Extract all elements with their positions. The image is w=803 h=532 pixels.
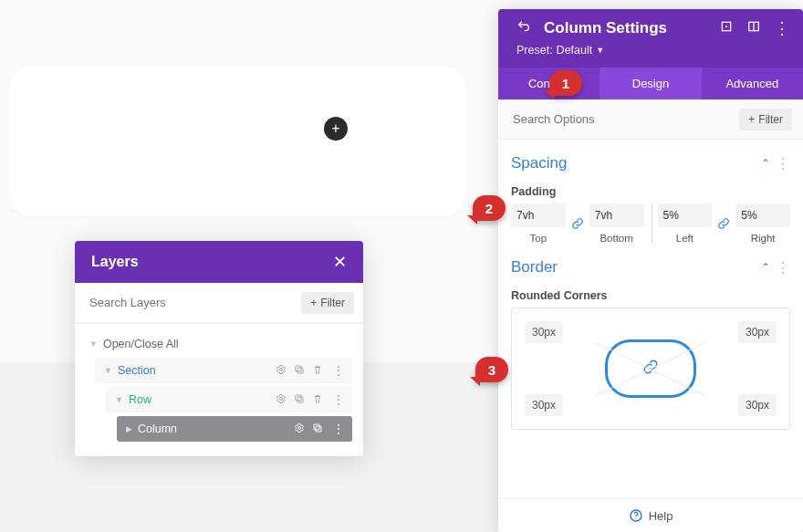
more-icon[interactable]: ⋮ — [776, 259, 790, 276]
undo-icon[interactable] — [516, 19, 531, 37]
duplicate-icon[interactable] — [312, 422, 323, 436]
layers-header: Layers ✕ — [75, 241, 363, 283]
chevron-down-icon: ▼ — [89, 339, 98, 349]
expand-icon[interactable] — [719, 19, 734, 37]
corner-bottom-left-input[interactable]: 30px — [525, 394, 563, 416]
section-spacing-head[interactable]: Spacing ⌃ ⋮ — [511, 140, 790, 178]
padding-bottom-input[interactable] — [589, 203, 644, 227]
open-close-label: Open/Close All — [103, 338, 179, 350]
corner-top-left-input[interactable]: 30px — [525, 321, 563, 343]
corner-preview-shape — [605, 339, 696, 398]
help-label: Help — [649, 509, 673, 523]
more-icon[interactable]: ⋮ — [330, 422, 347, 436]
layer-row-row[interactable]: ▼ Row ⋮ — [106, 387, 352, 412]
svg-point-3 — [280, 397, 283, 400]
callout-badge-3: 3 — [475, 357, 508, 382]
padding-side-label: Left — [658, 233, 713, 244]
duplicate-icon[interactable] — [294, 364, 305, 378]
settings-filter-button[interactable]: + Filter — [739, 109, 792, 130]
content-canvas: + — [9, 66, 465, 216]
callout-badge-2: 2 — [473, 195, 506, 221]
layers-filter-label: Filter — [320, 297, 345, 309]
close-icon[interactable]: ✕ — [333, 252, 347, 272]
section-title: Spacing — [511, 154, 761, 172]
padding-side-label: Bottom — [589, 233, 644, 244]
svg-point-0 — [280, 368, 283, 370]
padding-inputs: Top Bottom Left — [511, 203, 790, 244]
help-button[interactable]: Help — [498, 498, 803, 532]
section-border-head[interactable]: Border ⌃ ⋮ — [511, 244, 790, 282]
gear-icon[interactable] — [294, 422, 305, 436]
layers-panel: Layers ✕ + Filter ▼ Open/Close All ▼ Sec… — [75, 241, 363, 456]
section-title: Border — [511, 258, 761, 276]
padding-right-input[interactable] — [735, 203, 790, 227]
callout-badge-1: 1 — [549, 70, 582, 96]
svg-point-14 — [635, 518, 636, 519]
rounded-corners-label: Rounded Corners — [511, 289, 790, 302]
trash-icon[interactable] — [312, 393, 323, 407]
settings-title: Column Settings — [544, 19, 706, 37]
svg-rect-8 — [314, 424, 319, 430]
content-card: + — [9, 66, 465, 216]
layer-label: Row — [129, 393, 276, 406]
plus-small-icon: + — [310, 297, 317, 309]
chevron-right-icon: ▶ — [126, 424, 132, 433]
add-module-button[interactable]: + — [324, 117, 348, 141]
svg-rect-7 — [316, 426, 321, 432]
settings-body: Spacing ⌃ ⋮ Padding Top Bottom — [498, 140, 803, 498]
layer-row-section[interactable]: ▼ Section ⋮ — [95, 358, 352, 383]
chevron-down-icon: ▼ — [104, 366, 112, 375]
corner-bottom-right-input[interactable]: 30px — [738, 394, 777, 416]
settings-search-bar: + Filter — [498, 99, 803, 140]
svg-rect-1 — [297, 368, 303, 373]
more-icon[interactable]: ⋮ — [774, 18, 790, 38]
layer-row-column[interactable]: ▶ Column ⋮ — [117, 416, 352, 442]
layers-body: ▼ Open/Close All ▼ Section ⋮ ▼ — [75, 323, 363, 456]
layer-label: Section — [118, 364, 276, 377]
chevron-up-icon[interactable]: ⌃ — [761, 261, 770, 274]
layers-search-input[interactable] — [84, 290, 296, 315]
more-icon[interactable]: ⋮ — [330, 363, 347, 378]
tab-advanced[interactable]: Advanced — [702, 68, 803, 99]
svg-rect-5 — [296, 395, 301, 401]
preset-dropdown[interactable]: Preset: Default ▼ — [516, 44, 790, 57]
svg-point-6 — [298, 426, 301, 429]
chevron-down-icon: ▼ — [115, 395, 123, 404]
settings-filter-label: Filter — [758, 113, 783, 126]
corner-top-right-input[interactable]: 30px — [738, 321, 777, 343]
svg-rect-2 — [296, 366, 301, 371]
padding-left-input[interactable] — [658, 203, 713, 227]
padding-side-label: Top — [511, 233, 566, 244]
duplicate-icon[interactable] — [294, 393, 305, 407]
trash-icon[interactable] — [312, 364, 323, 378]
layers-search-bar: + Filter — [75, 283, 363, 323]
tab-design[interactable]: Design — [600, 68, 701, 99]
svg-point-10 — [725, 26, 727, 27]
plus-small-icon: + — [748, 113, 755, 126]
open-close-all[interactable]: ▼ Open/Close All — [86, 329, 352, 358]
chevron-up-icon[interactable]: ⌃ — [761, 157, 770, 170]
link-icon[interactable] — [571, 217, 584, 230]
gear-icon[interactable] — [276, 364, 287, 378]
settings-header: Column Settings ⋮ Preset: Default ▼ — [498, 9, 803, 68]
svg-rect-4 — [297, 397, 303, 402]
padding-top-input[interactable] — [511, 203, 566, 227]
layers-title: Layers — [91, 254, 139, 270]
more-icon[interactable]: ⋮ — [776, 155, 790, 172]
chevron-down-icon: ▼ — [596, 46, 604, 55]
layer-label: Column — [138, 422, 294, 435]
more-icon[interactable]: ⋮ — [330, 392, 347, 407]
settings-search-input[interactable] — [509, 107, 739, 131]
gear-icon[interactable] — [276, 393, 287, 407]
layers-filter-button[interactable]: + Filter — [301, 292, 354, 314]
settings-panel: Column Settings ⋮ Preset: Default ▼ Cont… — [498, 9, 803, 532]
link-icon[interactable] — [717, 217, 730, 230]
plus-icon: + — [331, 120, 339, 137]
padding-label: Padding — [511, 185, 790, 198]
padding-side-label: Right — [735, 233, 790, 244]
rounded-corners-control: 30px 30px 30px 30px — [511, 308, 790, 430]
preset-value: Default — [557, 44, 593, 57]
panel-icon[interactable] — [746, 19, 761, 37]
preset-label: Preset: — [516, 44, 553, 57]
